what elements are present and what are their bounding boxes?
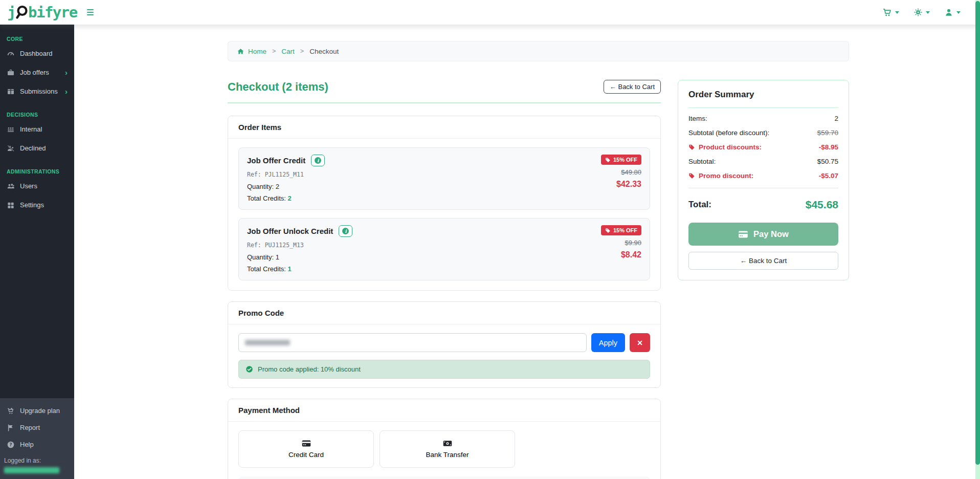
total-label: Total:: [688, 200, 711, 210]
scrollbar-track[interactable]: [975, 0, 980, 479]
sidebar-item-job-offers[interactable]: Job offers ›: [0, 63, 74, 82]
sidebar-item-upgrade-plan[interactable]: Upgrade plan: [0, 402, 74, 419]
payment-option-credit-card[interactable]: Credit Card: [238, 430, 374, 468]
item-original-price: $49.80: [621, 168, 641, 176]
item-info-button[interactable]: i: [339, 225, 352, 237]
home-icon: [237, 48, 244, 55]
logged-in-label: Logged in as:: [0, 453, 74, 464]
grid-icon: [7, 201, 15, 209]
item-info-button[interactable]: i: [311, 155, 325, 166]
payment-option-label: Bank Transfer: [426, 451, 469, 459]
sidebar-item-label: Report: [20, 424, 40, 431]
promo-success-alert: Promo code applied: 10% discount: [238, 360, 650, 379]
columns-icon: [7, 88, 15, 96]
main-content: Home > Cart > Checkout Checkout (2 items…: [74, 25, 980, 479]
settings-dropdown-button[interactable]: [914, 8, 930, 17]
caret-down-icon: [926, 11, 930, 14]
item-ref: Ref: PJL1125_M11: [247, 171, 325, 178]
payment-method-card: Payment Method Credit Card: [228, 399, 661, 479]
breadcrumb-home-link[interactable]: Home: [237, 48, 266, 55]
summary-total-row: Total: $45.68: [688, 199, 838, 211]
page-title: Checkout (2 items): [228, 80, 328, 94]
tag-icon: [605, 157, 611, 163]
promo-code-input[interactable]: [238, 333, 587, 352]
gear-icon: [914, 8, 923, 17]
logo-text-pre: j: [7, 5, 15, 20]
tag-icon: [688, 172, 695, 179]
info-icon: i: [315, 157, 321, 164]
info-icon: i: [342, 228, 349, 234]
sidebar-item-users[interactable]: Users: [0, 177, 74, 195]
credit-card-icon: [302, 440, 311, 447]
chevron-right-icon: ›: [65, 69, 68, 76]
topbar: j bifyre: [0, 0, 980, 25]
item-credits: Total Credits: 2: [247, 194, 325, 202]
back-to-cart-button-top[interactable]: ← Back to Cart: [604, 80, 661, 94]
payment-option-label: Credit Card: [288, 451, 324, 459]
promo-code-title: Promo Code: [228, 302, 660, 324]
back-to-cart-button-summary[interactable]: ← Back to Cart: [688, 252, 838, 270]
breadcrumb-separator: >: [272, 48, 276, 55]
summary-items-value: 2: [834, 115, 838, 122]
user-slash-icon: [7, 144, 15, 153]
sidebar-item-label: Dashboard: [20, 50, 53, 57]
sidebar-section-decisions: DECISIONS: [0, 107, 74, 120]
account-dropdown-button[interactable]: [944, 8, 961, 17]
tag-icon: [605, 228, 611, 233]
sidebar-item-label: Job offers: [20, 69, 49, 76]
cart-dropdown-button[interactable]: [882, 8, 899, 17]
sidebar-item-label: Submissions: [20, 88, 58, 95]
order-summary-title: Order Summary: [688, 90, 838, 100]
item-original-price: $9.90: [625, 239, 641, 247]
clear-promo-button[interactable]: ✕: [630, 333, 650, 352]
sidebar-item-submissions[interactable]: Submissions ›: [0, 82, 74, 101]
summary-product-discounts-value: -$8.95: [819, 143, 838, 151]
sidebar-item-label: Help: [20, 441, 34, 448]
sidebar-item-internal[interactable]: Internal: [0, 120, 74, 139]
magnifier-logo-icon: [15, 4, 29, 20]
discount-badge: 15% OFF: [601, 225, 641, 235]
sidebar-item-label: Upgrade plan: [20, 407, 60, 415]
credit-card-icon: [738, 230, 748, 238]
scrollbar-thumb[interactable]: [975, 1, 980, 465]
summary-subtotal-value: $50.75: [817, 158, 838, 165]
promo-code-value-redacted: [245, 340, 290, 345]
item-ref: Ref: PUJ1125_M13: [247, 242, 352, 249]
cart-plus-icon: [7, 407, 15, 415]
caret-down-icon: [956, 11, 961, 14]
sidebar-item-report[interactable]: Report: [0, 419, 74, 436]
topbar-actions: [882, 8, 961, 17]
sidebar: CORE Dashboard Job offers › Submissions: [0, 25, 74, 479]
apply-promo-button[interactable]: Apply: [591, 333, 625, 352]
payment-option-bank-transfer[interactable]: Bank Transfer: [380, 430, 515, 468]
order-items-card: Order Items Job Offer Credit i Ref: PJL1…: [228, 116, 661, 291]
sidebar-item-label: Declined: [20, 144, 46, 152]
item-price: $8.42: [621, 250, 641, 259]
users-icon: [7, 182, 15, 190]
item-name: Job Offer Unlock Credit: [247, 227, 333, 235]
local-payment-methods-toggle[interactable]: Show local Tunisia payment methods: [238, 476, 650, 479]
app-logo[interactable]: j bifyre: [7, 4, 77, 20]
pay-now-button[interactable]: Pay Now: [688, 223, 838, 246]
dashboard-icon: [7, 50, 15, 58]
item-name: Job Offer Credit: [247, 156, 305, 165]
sidebar-item-dashboard[interactable]: Dashboard: [0, 44, 74, 63]
logged-in-username-redacted: [4, 467, 59, 473]
payment-method-title: Payment Method: [228, 399, 660, 422]
summary-subtotal-before-value: $59.70: [817, 129, 838, 137]
summary-row-product-discounts: Product discounts: -$8.95: [688, 143, 838, 151]
item-credits: Total Credits: 1: [247, 265, 352, 273]
order-item-row: Job Offer Unlock Credit i Ref: PUJ1125_M…: [238, 218, 650, 280]
sidebar-item-help[interactable]: ? Help: [0, 436, 74, 453]
sidebar-item-settings[interactable]: Settings: [0, 195, 74, 214]
breadcrumb-separator: >: [300, 48, 304, 55]
sidebar-item-label: Internal: [20, 125, 42, 133]
check-circle-icon: [246, 365, 253, 373]
promo-success-text: Promo code applied: 10% discount: [258, 365, 361, 373]
sidebar-item-declined[interactable]: Declined: [0, 139, 74, 158]
summary-promo-discount-value: -$5.07: [819, 172, 838, 180]
discount-badge: 15% OFF: [601, 155, 641, 165]
cart-icon: [882, 8, 892, 17]
hamburger-menu-icon[interactable]: [85, 7, 96, 17]
breadcrumb-cart-link[interactable]: Cart: [281, 48, 295, 55]
